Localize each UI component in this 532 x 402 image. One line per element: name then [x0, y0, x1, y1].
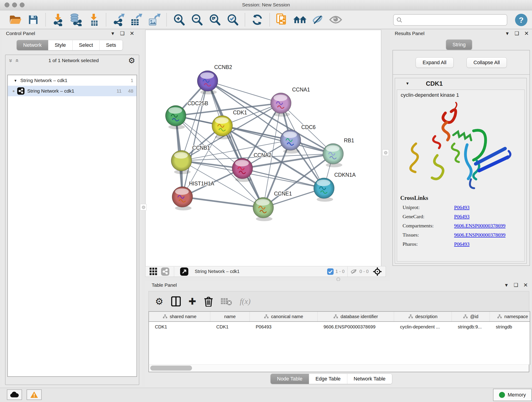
panel-float-icon[interactable]: ❑: [120, 31, 125, 36]
warnings-button[interactable]: [27, 389, 42, 400]
right-splitter-handle[interactable]: [382, 149, 389, 156]
string-homes-icon[interactable]: [293, 13, 307, 27]
crosslink-link[interactable]: P06493: [454, 214, 525, 220]
help-button[interactable]: ?: [515, 14, 527, 26]
show-hide-eye-icon[interactable]: [329, 13, 343, 27]
delete-column-trash-icon[interactable]: [204, 296, 213, 307]
node-label: CCNA1: [292, 87, 310, 93]
refresh-icon[interactable]: [250, 13, 264, 27]
import-network-icon[interactable]: [51, 13, 65, 27]
card-expander-icon[interactable]: ▼: [405, 81, 409, 86]
tree-expander-icon[interactable]: ▼: [14, 79, 17, 83]
network-node-ccna1[interactable]: [271, 93, 291, 117]
export-network-icon[interactable]: [111, 13, 126, 27]
network-node-cdc25b[interactable]: [165, 105, 186, 129]
memory-button[interactable]: Memory: [493, 389, 532, 401]
save-session-icon[interactable]: [26, 13, 40, 27]
panel-menu-icon[interactable]: ▼: [110, 31, 115, 36]
column-header-canonical-name[interactable]: canonical name: [250, 312, 317, 321]
column-type-icon: [333, 314, 338, 319]
table-horizontal-scrollbar[interactable]: [148, 364, 529, 372]
delete-table-icon[interactable]: [221, 297, 232, 306]
zoom-fit-icon[interactable]: [208, 13, 222, 27]
network-graph[interactable]: CCNB2CCNA1CDC25BCDK1CDC6RB1CCNB1CCNA2CDK…: [146, 30, 381, 266]
panel-close-icon[interactable]: ✕: [130, 31, 134, 36]
column-type-icon: [163, 314, 167, 319]
left-splitter-handle[interactable]: [140, 204, 147, 211]
panel-float-icon[interactable]: ❑: [515, 31, 519, 36]
expand-all-button[interactable]: Expand All: [416, 57, 454, 68]
share-document-icon[interactable]: [275, 13, 289, 27]
network-edge[interactable]: [182, 81, 208, 197]
network-node-count: 11: [117, 88, 122, 94]
export-image-icon[interactable]: [147, 13, 161, 27]
network-edge[interactable]: [182, 197, 263, 208]
open-in-new-window-icon[interactable]: [180, 268, 188, 276]
network-edge[interactable]: [208, 81, 281, 103]
selected-checkbox-icon[interactable]: [327, 268, 334, 275]
network-node-ccnb2[interactable]: [197, 70, 218, 95]
column-header-namespace[interactable]: namespace: [490, 312, 530, 321]
tab-node-table[interactable]: Node Table: [271, 374, 309, 384]
tab-network[interactable]: Network: [17, 40, 48, 50]
column-label: database identifier: [341, 314, 378, 319]
network-node-cdk1[interactable]: [212, 115, 233, 139]
tab-style[interactable]: Style: [48, 40, 73, 50]
hidden-eye-slash-icon[interactable]: [350, 269, 358, 274]
crosslink-link[interactable]: 9606.ENSP00000378699: [454, 223, 525, 229]
column-header-shared-name[interactable]: shared name: [149, 312, 210, 321]
search-input[interactable]: [402, 17, 507, 23]
column-header-name[interactable]: name: [210, 312, 250, 321]
network-node-cdkn1a[interactable]: [314, 178, 334, 202]
scrollbar-thumb[interactable]: [150, 366, 192, 370]
tab-string[interactable]: String: [446, 40, 472, 50]
zoom-selected-icon[interactable]: [225, 13, 240, 27]
status-divider: [347, 267, 348, 277]
panel-menu-icon[interactable]: ▼: [505, 31, 510, 36]
crosslink-link[interactable]: P06493: [454, 241, 525, 247]
hide-glass-pane-icon[interactable]: [311, 13, 325, 27]
birds-eye-grid-icon[interactable]: [150, 268, 157, 275]
panel-close-icon[interactable]: ✕: [523, 282, 528, 288]
network-collection-row[interactable]: ▼ String Network – cdk1 1: [8, 75, 137, 86]
tab-select[interactable]: Select: [73, 40, 100, 50]
zoom-out-icon[interactable]: [190, 13, 204, 27]
show-columns-icon[interactable]: [171, 296, 181, 306]
network-node-ccne1[interactable]: [253, 197, 273, 221]
open-session-icon[interactable]: [8, 13, 22, 27]
tab-network-table[interactable]: Network Table: [347, 374, 392, 384]
node-label: CCNB2: [214, 64, 232, 70]
import-network-from-database-icon[interactable]: [69, 13, 83, 27]
tab-sets[interactable]: Sets: [100, 40, 123, 50]
network-overview-share-icon[interactable]: [161, 268, 169, 276]
column-header-database-identifier[interactable]: database identifier: [317, 312, 394, 321]
column-header-description[interactable]: description: [394, 312, 452, 321]
panel-menu-icon[interactable]: ▼: [504, 283, 509, 287]
network-canvas[interactable]: CCNB2CCNA1CDC25BCDK1CDC6RB1CCNB1CCNA2CDK…: [145, 30, 381, 266]
table-row[interactable]: CDK1CDK1P064939606.ENSP00000378699cyclin…: [149, 322, 530, 332]
bottom-splitter-handle[interactable]: [336, 277, 340, 281]
panel-float-icon[interactable]: ❑: [514, 283, 518, 288]
export-table-icon[interactable]: [129, 13, 143, 27]
tab-edge-table[interactable]: Edge Table: [309, 374, 347, 384]
zoom-in-icon[interactable]: [172, 13, 186, 27]
collapse-all-button[interactable]: Collapse All: [467, 57, 507, 68]
expand-all-networks-icon[interactable]: «: [14, 59, 21, 62]
network-row[interactable]: ● String Network – cdk1 11 48: [8, 86, 137, 96]
network-node-hist1h1a[interactable]: [172, 186, 193, 211]
network-edge[interactable]: [208, 81, 263, 208]
column-label: name: [224, 314, 235, 319]
function-builder-fx[interactable]: f(x): [240, 297, 250, 306]
network-node-cdc6[interactable]: [280, 130, 301, 153]
column-type-icon: [408, 314, 413, 319]
network-node-ccnb1[interactable]: [171, 150, 192, 174]
fit-selected-crosshair-icon[interactable]: [373, 267, 382, 276]
network-node-rb1[interactable]: [323, 143, 343, 167]
panel-close-icon[interactable]: ✕: [524, 31, 529, 36]
collapse-all-networks-icon[interactable]: »: [7, 59, 14, 62]
crosslink-link[interactable]: 9606.ENSP00000378699: [454, 232, 525, 238]
import-table-icon[interactable]: [87, 13, 101, 27]
crosslink-link[interactable]: P06493: [454, 204, 525, 211]
cloud-button[interactable]: [7, 389, 22, 400]
column-header-@id[interactable]: @id: [452, 312, 490, 321]
